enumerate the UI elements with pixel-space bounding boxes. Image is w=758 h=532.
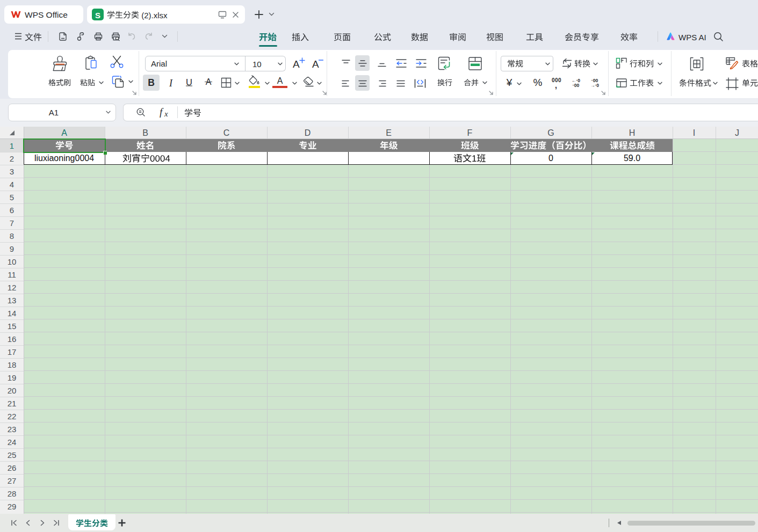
svg-text:→·0: →·0 [590, 83, 599, 88]
svg-text:·00: ·00 [573, 83, 580, 88]
